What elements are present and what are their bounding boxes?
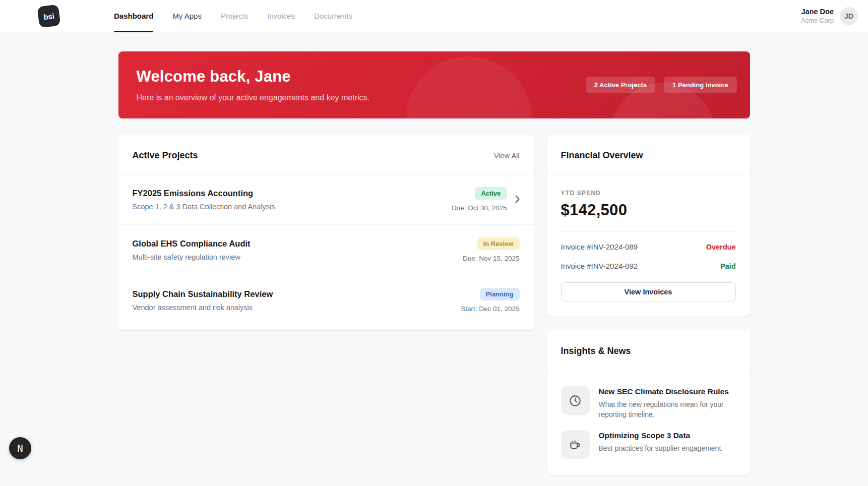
insights-news-title: Insights & News xyxy=(561,346,631,356)
tab-invoices[interactable]: Invoices xyxy=(267,0,295,32)
user-area: Jane Doe Acme Corp JD xyxy=(801,7,858,25)
project-description: Vendor assessment and risk analysis xyxy=(133,303,273,312)
project-name: FY2025 Emissions Accounting xyxy=(133,189,275,198)
project-row-supply-chain[interactable]: Supply Chain Sustainability Review Vendo… xyxy=(118,275,534,330)
tab-documents[interactable]: Documents xyxy=(314,0,352,32)
insight-title: Optimizing Scope 3 Data xyxy=(599,431,723,440)
insight-title: New SEC Climate Disclosure Rules xyxy=(599,387,729,396)
welcome-subtitle: Here is an overview of your active engag… xyxy=(137,93,369,102)
tab-dashboard[interactable]: Dashboard xyxy=(114,0,153,32)
bsi-logo[interactable]: bsi xyxy=(37,4,61,28)
invoice-row: Invoice #INV-2024-089 Overdue xyxy=(561,242,736,251)
insight-item-sec-rules[interactable]: New SEC Climate Disclosure Rules What th… xyxy=(561,386,736,420)
user-name: Jane Doe xyxy=(801,8,834,16)
pending-invoice-count-badge[interactable]: 1 Pending Invoice xyxy=(664,77,737,93)
invoice-status-overdue: Overdue xyxy=(706,243,736,251)
welcome-title: Welcome back, Jane xyxy=(137,68,369,86)
top-nav-bar: bsi Dashboard My Apps Projects Invoices … xyxy=(0,0,868,32)
view-invoices-button[interactable]: View Invoices xyxy=(561,282,736,301)
insight-description: What the new regulations mean for your r… xyxy=(599,399,727,420)
financial-overview-card: Financial Overview YTD SPEND $142,500 In… xyxy=(547,134,750,317)
avatar-initials: JD xyxy=(844,12,853,20)
tab-projects[interactable]: Projects xyxy=(221,0,248,32)
user-company: Acme Corp xyxy=(801,17,834,24)
view-all-link[interactable]: View All xyxy=(494,152,520,160)
clock-icon xyxy=(561,386,590,415)
ytd-spend-value: $142,500 xyxy=(561,201,736,219)
invoice-row: Invoice #INV-2024-092 Paid xyxy=(561,262,736,270)
insight-item-scope3[interactable]: Optimizing Scope 3 Data Best practices f… xyxy=(561,430,736,459)
dev-indicator-button[interactable]: N xyxy=(9,437,31,459)
status-badge: Planning xyxy=(480,288,520,300)
active-projects-count-badge[interactable]: 2 Active Projects xyxy=(586,77,655,93)
project-name: Supply Chain Sustainability Review xyxy=(133,289,273,299)
divider xyxy=(561,231,736,232)
project-date: Due: Oct 30, 2025 xyxy=(452,204,507,212)
chevron-right-icon xyxy=(515,194,520,205)
active-projects-title: Active Projects xyxy=(133,150,198,161)
coffee-icon xyxy=(561,430,590,459)
insight-description: Best practices for supplier engagement. xyxy=(599,443,723,453)
avatar[interactable]: JD xyxy=(840,7,858,25)
financial-overview-title: Financial Overview xyxy=(561,150,643,161)
project-row-ehs-audit[interactable]: Global EHS Compliance Audit Multi-site s… xyxy=(118,225,534,275)
bsi-logo-text: bsi xyxy=(43,11,55,21)
main-nav: Dashboard My Apps Projects Invoices Docu… xyxy=(114,0,352,32)
project-date: Due: Nov 15, 2025 xyxy=(463,255,520,262)
dev-indicator-label: N xyxy=(17,443,23,454)
invoice-status-paid: Paid xyxy=(720,262,736,270)
invoice-label: Invoice #INV-2024-089 xyxy=(561,242,638,251)
active-projects-card: Active Projects View All FY2025 Emission… xyxy=(118,134,534,330)
insights-news-card: Insights & News New SEC Climate Disclosu… xyxy=(547,330,750,475)
project-name: Global EHS Compliance Audit xyxy=(133,239,251,249)
status-badge: In Review xyxy=(477,237,520,250)
welcome-banner: Welcome back, Jane Here is an overview o… xyxy=(118,51,750,118)
ytd-spend-label: YTD SPEND xyxy=(561,190,736,197)
tab-my-apps[interactable]: My Apps xyxy=(172,0,202,32)
project-description: Multi-site safety regulation review xyxy=(133,253,251,261)
user-meta: Jane Doe Acme Corp xyxy=(801,8,834,24)
project-date: Start: Dec 01, 2025 xyxy=(461,305,519,313)
project-row-emissions[interactable]: FY2025 Emissions Accounting Scope 1, 2 &… xyxy=(118,174,534,225)
status-badge: Active xyxy=(475,187,507,200)
invoice-label: Invoice #INV-2024-092 xyxy=(561,262,638,270)
project-description: Scope 1, 2 & 3 Data Collection and Analy… xyxy=(133,203,275,211)
